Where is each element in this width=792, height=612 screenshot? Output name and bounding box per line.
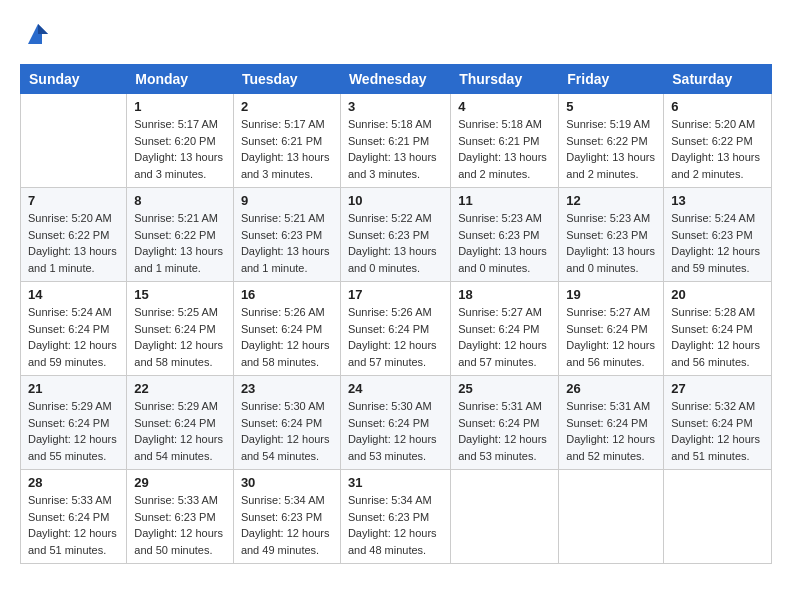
day-info: Sunrise: 5:31 AM Sunset: 6:24 PM Dayligh… bbox=[566, 398, 656, 464]
calendar-cell: 31Sunrise: 5:34 AM Sunset: 6:23 PM Dayli… bbox=[340, 470, 450, 564]
day-number: 23 bbox=[241, 381, 333, 396]
day-number: 30 bbox=[241, 475, 333, 490]
weekday-header-monday: Monday bbox=[127, 65, 234, 94]
weekday-header-thursday: Thursday bbox=[451, 65, 559, 94]
day-number: 28 bbox=[28, 475, 119, 490]
day-number: 24 bbox=[348, 381, 443, 396]
day-info: Sunrise: 5:33 AM Sunset: 6:24 PM Dayligh… bbox=[28, 492, 119, 558]
calendar-cell: 5Sunrise: 5:19 AM Sunset: 6:22 PM Daylig… bbox=[559, 94, 664, 188]
calendar-cell: 10Sunrise: 5:22 AM Sunset: 6:23 PM Dayli… bbox=[340, 188, 450, 282]
calendar-cell: 24Sunrise: 5:30 AM Sunset: 6:24 PM Dayli… bbox=[340, 376, 450, 470]
calendar-cell bbox=[21, 94, 127, 188]
weekday-header-sunday: Sunday bbox=[21, 65, 127, 94]
day-number: 16 bbox=[241, 287, 333, 302]
day-info: Sunrise: 5:26 AM Sunset: 6:24 PM Dayligh… bbox=[348, 304, 443, 370]
calendar-cell: 9Sunrise: 5:21 AM Sunset: 6:23 PM Daylig… bbox=[233, 188, 340, 282]
day-info: Sunrise: 5:29 AM Sunset: 6:24 PM Dayligh… bbox=[28, 398, 119, 464]
day-number: 6 bbox=[671, 99, 764, 114]
calendar-cell: 15Sunrise: 5:25 AM Sunset: 6:24 PM Dayli… bbox=[127, 282, 234, 376]
calendar-cell bbox=[559, 470, 664, 564]
weekday-header-row: SundayMondayTuesdayWednesdayThursdayFrid… bbox=[21, 65, 772, 94]
calendar-cell: 14Sunrise: 5:24 AM Sunset: 6:24 PM Dayli… bbox=[21, 282, 127, 376]
day-info: Sunrise: 5:33 AM Sunset: 6:23 PM Dayligh… bbox=[134, 492, 226, 558]
calendar-cell bbox=[664, 470, 772, 564]
calendar-cell: 25Sunrise: 5:31 AM Sunset: 6:24 PM Dayli… bbox=[451, 376, 559, 470]
weekday-header-saturday: Saturday bbox=[664, 65, 772, 94]
day-number: 1 bbox=[134, 99, 226, 114]
calendar-cell: 13Sunrise: 5:24 AM Sunset: 6:23 PM Dayli… bbox=[664, 188, 772, 282]
calendar-cell: 3Sunrise: 5:18 AM Sunset: 6:21 PM Daylig… bbox=[340, 94, 450, 188]
day-number: 13 bbox=[671, 193, 764, 208]
calendar-cell: 17Sunrise: 5:26 AM Sunset: 6:24 PM Dayli… bbox=[340, 282, 450, 376]
calendar-cell: 8Sunrise: 5:21 AM Sunset: 6:22 PM Daylig… bbox=[127, 188, 234, 282]
calendar-cell: 19Sunrise: 5:27 AM Sunset: 6:24 PM Dayli… bbox=[559, 282, 664, 376]
day-info: Sunrise: 5:25 AM Sunset: 6:24 PM Dayligh… bbox=[134, 304, 226, 370]
day-info: Sunrise: 5:20 AM Sunset: 6:22 PM Dayligh… bbox=[28, 210, 119, 276]
calendar-cell: 1Sunrise: 5:17 AM Sunset: 6:20 PM Daylig… bbox=[127, 94, 234, 188]
day-info: Sunrise: 5:23 AM Sunset: 6:23 PM Dayligh… bbox=[458, 210, 551, 276]
day-number: 17 bbox=[348, 287, 443, 302]
day-info: Sunrise: 5:18 AM Sunset: 6:21 PM Dayligh… bbox=[458, 116, 551, 182]
calendar-cell: 11Sunrise: 5:23 AM Sunset: 6:23 PM Dayli… bbox=[451, 188, 559, 282]
day-number: 19 bbox=[566, 287, 656, 302]
calendar-cell: 23Sunrise: 5:30 AM Sunset: 6:24 PM Dayli… bbox=[233, 376, 340, 470]
day-number: 20 bbox=[671, 287, 764, 302]
day-number: 27 bbox=[671, 381, 764, 396]
day-number: 9 bbox=[241, 193, 333, 208]
day-number: 10 bbox=[348, 193, 443, 208]
day-number: 22 bbox=[134, 381, 226, 396]
day-number: 14 bbox=[28, 287, 119, 302]
day-info: Sunrise: 5:17 AM Sunset: 6:20 PM Dayligh… bbox=[134, 116, 226, 182]
week-row-2: 14Sunrise: 5:24 AM Sunset: 6:24 PM Dayli… bbox=[21, 282, 772, 376]
day-info: Sunrise: 5:23 AM Sunset: 6:23 PM Dayligh… bbox=[566, 210, 656, 276]
day-number: 3 bbox=[348, 99, 443, 114]
calendar-cell: 28Sunrise: 5:33 AM Sunset: 6:24 PM Dayli… bbox=[21, 470, 127, 564]
day-info: Sunrise: 5:17 AM Sunset: 6:21 PM Dayligh… bbox=[241, 116, 333, 182]
calendar-cell: 4Sunrise: 5:18 AM Sunset: 6:21 PM Daylig… bbox=[451, 94, 559, 188]
day-info: Sunrise: 5:30 AM Sunset: 6:24 PM Dayligh… bbox=[348, 398, 443, 464]
day-number: 7 bbox=[28, 193, 119, 208]
calendar-table: SundayMondayTuesdayWednesdayThursdayFrid… bbox=[20, 64, 772, 564]
week-row-0: 1Sunrise: 5:17 AM Sunset: 6:20 PM Daylig… bbox=[21, 94, 772, 188]
day-info: Sunrise: 5:31 AM Sunset: 6:24 PM Dayligh… bbox=[458, 398, 551, 464]
day-info: Sunrise: 5:21 AM Sunset: 6:22 PM Dayligh… bbox=[134, 210, 226, 276]
day-info: Sunrise: 5:30 AM Sunset: 6:24 PM Dayligh… bbox=[241, 398, 333, 464]
day-number: 8 bbox=[134, 193, 226, 208]
logo bbox=[20, 20, 52, 48]
weekday-header-friday: Friday bbox=[559, 65, 664, 94]
page-header bbox=[20, 20, 772, 48]
day-number: 5 bbox=[566, 99, 656, 114]
day-number: 12 bbox=[566, 193, 656, 208]
day-info: Sunrise: 5:24 AM Sunset: 6:24 PM Dayligh… bbox=[28, 304, 119, 370]
calendar-cell: 27Sunrise: 5:32 AM Sunset: 6:24 PM Dayli… bbox=[664, 376, 772, 470]
day-number: 18 bbox=[458, 287, 551, 302]
week-row-4: 28Sunrise: 5:33 AM Sunset: 6:24 PM Dayli… bbox=[21, 470, 772, 564]
logo-icon bbox=[24, 20, 52, 48]
day-info: Sunrise: 5:32 AM Sunset: 6:24 PM Dayligh… bbox=[671, 398, 764, 464]
day-info: Sunrise: 5:28 AM Sunset: 6:24 PM Dayligh… bbox=[671, 304, 764, 370]
calendar-cell: 2Sunrise: 5:17 AM Sunset: 6:21 PM Daylig… bbox=[233, 94, 340, 188]
day-number: 15 bbox=[134, 287, 226, 302]
day-number: 21 bbox=[28, 381, 119, 396]
week-row-1: 7Sunrise: 5:20 AM Sunset: 6:22 PM Daylig… bbox=[21, 188, 772, 282]
calendar-cell bbox=[451, 470, 559, 564]
calendar-cell: 21Sunrise: 5:29 AM Sunset: 6:24 PM Dayli… bbox=[21, 376, 127, 470]
week-row-3: 21Sunrise: 5:29 AM Sunset: 6:24 PM Dayli… bbox=[21, 376, 772, 470]
day-number: 29 bbox=[134, 475, 226, 490]
day-number: 26 bbox=[566, 381, 656, 396]
calendar-cell: 6Sunrise: 5:20 AM Sunset: 6:22 PM Daylig… bbox=[664, 94, 772, 188]
day-info: Sunrise: 5:21 AM Sunset: 6:23 PM Dayligh… bbox=[241, 210, 333, 276]
calendar-cell: 29Sunrise: 5:33 AM Sunset: 6:23 PM Dayli… bbox=[127, 470, 234, 564]
calendar-cell: 22Sunrise: 5:29 AM Sunset: 6:24 PM Dayli… bbox=[127, 376, 234, 470]
calendar-cell: 30Sunrise: 5:34 AM Sunset: 6:23 PM Dayli… bbox=[233, 470, 340, 564]
day-info: Sunrise: 5:20 AM Sunset: 6:22 PM Dayligh… bbox=[671, 116, 764, 182]
calendar-cell: 20Sunrise: 5:28 AM Sunset: 6:24 PM Dayli… bbox=[664, 282, 772, 376]
day-info: Sunrise: 5:18 AM Sunset: 6:21 PM Dayligh… bbox=[348, 116, 443, 182]
day-number: 4 bbox=[458, 99, 551, 114]
day-info: Sunrise: 5:34 AM Sunset: 6:23 PM Dayligh… bbox=[241, 492, 333, 558]
day-info: Sunrise: 5:19 AM Sunset: 6:22 PM Dayligh… bbox=[566, 116, 656, 182]
day-number: 31 bbox=[348, 475, 443, 490]
day-info: Sunrise: 5:26 AM Sunset: 6:24 PM Dayligh… bbox=[241, 304, 333, 370]
day-info: Sunrise: 5:24 AM Sunset: 6:23 PM Dayligh… bbox=[671, 210, 764, 276]
day-number: 2 bbox=[241, 99, 333, 114]
